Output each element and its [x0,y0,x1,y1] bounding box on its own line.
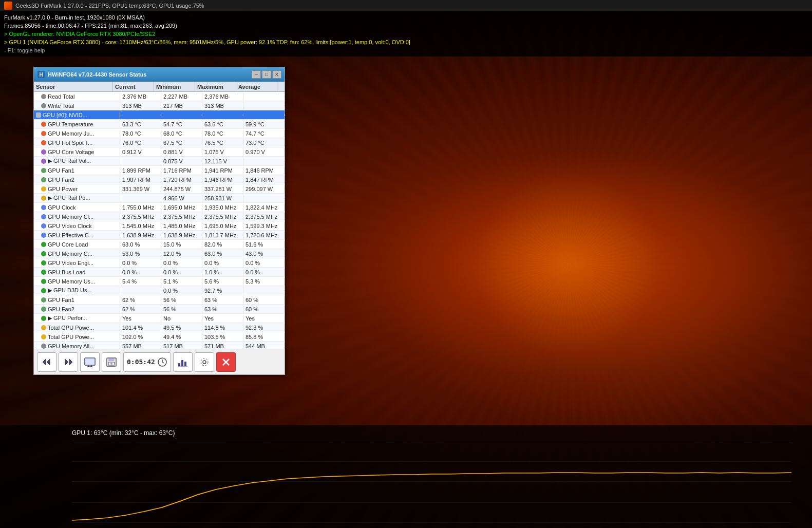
minimum-value-cell [161,115,202,116]
voltage-icon [41,149,46,155]
current-value-cell [120,198,161,199]
minimum-value-cell: 1,716 RPM [161,167,202,174]
current-value-cell: 62 % [120,296,161,304]
table-row[interactable]: GPU Memory Ju... 78.0 °C 68.0 °C 78.0 °C… [34,129,285,138]
minimum-value-cell: 0.0 % [161,287,202,294]
table-row[interactable]: GPU Effective C... 1,638.9 MHz 1,638.9 M… [34,231,285,240]
minimum-value-cell: 1,720 RPM [161,176,202,183]
load-icon [41,260,46,266]
table-row[interactable]: Read Total 2,376 MB 2,227 MB 2,376 MB [34,92,285,101]
sensor-name-text: GPU Memory Cl... [48,214,93,220]
table-row[interactable]: GPU Fan2 1,907 RPM 1,720 RPM 1,946 RPM 1… [34,175,285,184]
nav-forward-button[interactable] [59,352,78,372]
table-row[interactable]: ▶ GPU D3D Us... 0.0 % 92.7 % [34,286,285,295]
maximum-value-cell: 92.7 % [202,287,243,294]
sensor-name-text: GPU Fan1 [48,167,74,174]
close-exit-button[interactable] [216,352,236,372]
average-value-cell: Yes [243,315,285,322]
info-line-2: Frames:85056 - time:00:06:47 - FPS:221 (… [4,22,808,30]
table-row[interactable]: GPU Video Clock 1,545.0 MHz 1,485.0 MHz … [34,221,285,231]
minimize-button[interactable]: ─ [252,70,261,79]
sensor-name-text: GPU Video Engi... [48,260,93,266]
svg-rect-12 [108,358,115,361]
titlebar-text: Geeks3D FurMark 1.27.0.0 - 221FPS, GPU1 … [15,3,204,9]
table-body[interactable]: Read Total 2,376 MB 2,227 MB 2,376 MB Wr… [34,92,285,349]
sensor-name-cell: Total GPU Powe... [34,333,120,341]
sensor-name-text: ▶ GPU D3D Us... [48,287,92,294]
table-row[interactable]: GPU Hot Spot T... 76.0 °C 67.5 °C 76.5 °… [34,138,285,147]
chart-area [72,441,791,523]
table-row[interactable]: GPU Memory Us... 5.4 % 5.1 % 5.6 % 5.3 % [34,277,285,286]
maximum-value-cell: 78.0 °C [202,130,243,137]
hwinfo-titlebar: H HWiNFO64 v7.02-4430 Sensor Status ─ □ … [34,67,285,82]
table-row[interactable]: GPU Memory Cl... 2,375.5 MHz 2,375.5 MHz… [34,212,285,221]
table-row[interactable]: ▶ GPU Rail Po... 4.966 W 258.931 W [34,194,285,203]
monitor-button[interactable] [80,352,100,372]
sensor-name-cell: GPU Power [34,185,120,193]
table-row[interactable]: Write Total 313 MB 217 MB 313 MB [34,101,285,110]
sensor-name-cell: Write Total [34,102,120,109]
table-row[interactable]: ▶ GPU Rail Vol... 0.875 V 12.115 V [34,157,285,166]
table-row[interactable]: Total GPU Powe... 102.0 % 49.4 % 103.5 %… [34,332,285,342]
minimum-value-cell: 1,485.0 MHz [161,222,202,230]
maximum-value-cell [202,115,243,116]
table-row[interactable]: GPU [#0]: NVID... [34,110,285,120]
table-row[interactable]: GPU Fan1 1,899 RPM 1,716 RPM 1,941 RPM 1… [34,166,285,175]
minimum-value-cell: 0.0 % [161,259,202,267]
info-line-4: > GPU 1 (NVIDIA GeForce RTX 3080) - core… [4,38,808,46]
nav-back-button[interactable] [37,352,56,372]
table-row[interactable]: GPU Core Voltage 0.912 V 0.881 V 1.075 V… [34,147,285,157]
table-row[interactable]: GPU Fan1 62 % 56 % 63 % 60 % [34,295,285,305]
settings-button[interactable] [195,352,214,372]
table-row[interactable]: GPU Video Engi... 0.0 % 0.0 % 0.0 % 0.0 … [34,258,285,268]
clock-icon [41,214,46,219]
sensor-name-text: GPU Fan1 [48,297,74,303]
table-row[interactable]: GPU Clock 1,755.0 MHz 1,695.0 MHz 1,935.… [34,203,285,212]
svg-marker-4 [65,359,68,365]
current-value-cell: 63.3 °C [120,121,161,128]
minimum-value-cell: 217 MB [161,102,202,109]
sensor-name-text: GPU Memory Ju... [48,130,94,137]
table-row[interactable]: GPU Power 331.369 W 244.875 W 337.281 W … [34,184,285,194]
maximum-value-cell: 571 MB [202,343,243,349]
table-row[interactable]: GPU Bus Load 0.0 % 0.0 % 1.0 % 0.0 % [34,268,285,277]
current-value-cell: 2,376 MB [120,93,161,100]
average-value-cell: 60 % [243,296,285,304]
hwinfo-toolbar: 0:05:42 [34,349,285,374]
sensor-name-cell: GPU Memory Ju... [34,130,120,137]
sensor-name-text: Read Total [48,93,74,100]
svg-rect-19 [181,360,183,366]
maximum-value-cell: 76.5 °C [202,139,243,146]
minimum-value-cell: 244.875 W [161,185,202,193]
maximum-value-cell: 1,935.0 MHz [202,204,243,211]
average-value-cell: 60 % [243,306,285,313]
minimum-value-cell: 49.5 % [161,324,202,331]
table-row[interactable]: Total GPU Powe... 101.4 % 49.5 % 114.8 %… [34,323,285,332]
maximum-value-cell: 313 MB [202,102,243,109]
close-button[interactable]: ✕ [272,70,281,79]
save-button[interactable] [102,352,121,372]
table-row[interactable]: ▶ GPU Perfor... Yes No Yes Yes [34,314,285,323]
average-value-cell [243,115,285,116]
disk-icon [41,103,46,108]
table-row[interactable]: GPU Temperature 63.3 °C 54.7 °C 63.6 °C … [34,120,285,129]
svg-marker-2 [43,359,46,365]
average-value-cell: 0.0 % [243,259,285,267]
minimum-value-cell: 2,227 MB [161,93,202,100]
sensor-name-text: GPU Bus Load [48,269,85,275]
sensor-name-cell: GPU Fan2 [34,306,120,313]
chart-button[interactable] [173,352,193,372]
maximize-button[interactable]: □ [262,70,271,79]
table-row[interactable]: GPU Memory C... 53.0 % 12.0 % 63.0 % 43.… [34,249,285,258]
current-value-cell: 5.4 % [120,278,161,285]
table-row[interactable]: GPU Fan2 62 % 56 % 63 % 60 % [34,305,285,314]
table-header: Sensor Current Minimum Maximum Average [34,82,285,92]
average-value-cell: 2,375.5 MHz [243,213,285,220]
sensor-name-text: Write Total [48,103,74,109]
table-row[interactable]: GPU Core Load 63.0 % 15.0 % 82.0 % 51.6 … [34,240,285,249]
table-row[interactable]: GPU Memory All... 557 MB 517 MB 571 MB 5… [34,342,285,349]
sensor-name-cell: GPU Video Clock [34,222,120,230]
sensor-name-cell: ▶ GPU Rail Po... [34,194,120,202]
current-value-cell: 0.912 V [120,148,161,156]
maximum-value-cell: 0.0 % [202,259,243,267]
